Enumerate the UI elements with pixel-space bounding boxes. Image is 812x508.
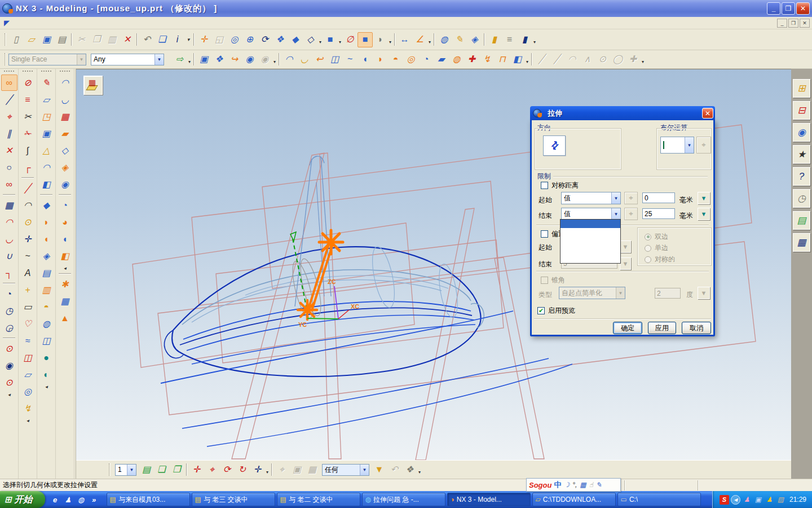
menu-view[interactable] bbox=[33, 22, 43, 24]
bend-strip-icon[interactable]: ◠ bbox=[38, 159, 55, 176]
start-point-button[interactable]: ⌖ bbox=[624, 192, 638, 204]
menu-help[interactable] bbox=[134, 22, 144, 24]
point-set-icon[interactable]: ⊙ bbox=[20, 214, 36, 230]
taper-checkbox[interactable]: 锥角 bbox=[541, 275, 565, 285]
snap-tangent-icon[interactable]: ○ bbox=[1, 159, 17, 176]
copy-icon[interactable]: ❐ bbox=[89, 32, 104, 47]
menu-file[interactable] bbox=[12, 22, 23, 24]
profile-icon[interactable]: ♡ bbox=[20, 316, 36, 332]
toolbar-grip[interactable] bbox=[5, 33, 6, 46]
selection-filter-icon[interactable]: ▼ bbox=[372, 462, 387, 478]
trim-curve-icon[interactable]: ✂ bbox=[20, 108, 36, 125]
annotation-icon[interactable]: ✎ bbox=[452, 32, 467, 47]
mesh-surface-icon[interactable]: ▦ bbox=[57, 108, 73, 125]
task-qq-chat-2[interactable]: 与 老三 交谈中 bbox=[192, 493, 275, 506]
task-folder[interactable]: C:\TDDOWNLOA... bbox=[532, 493, 616, 506]
dropdown-option[interactable] bbox=[561, 220, 620, 228]
join-curve-icon[interactable]: ∫ bbox=[20, 142, 36, 159]
point-on-curve-icon[interactable]: ✛ bbox=[20, 231, 36, 247]
taper-extend-button[interactable]: ▼ bbox=[698, 287, 710, 299]
cylinder-cut-icon[interactable]: ◍ bbox=[38, 316, 55, 332]
selection-intent-combo[interactable]: Single Face▼ bbox=[8, 54, 86, 65]
open-file-icon[interactable]: ▱ bbox=[24, 32, 39, 47]
block-hole-icon[interactable]: ▣ bbox=[38, 125, 55, 142]
deselect-all-icon[interactable]: ↶ bbox=[387, 462, 402, 478]
dropdown-option[interactable] bbox=[561, 255, 620, 263]
taper-type-combo[interactable]: 自起点简单化▼ bbox=[559, 287, 625, 299]
wcs-rotate-icon[interactable]: ⟳ bbox=[219, 462, 235, 478]
cancel-button[interactable]: 取消 bbox=[682, 322, 711, 334]
task-drive[interactable]: C:\ bbox=[617, 493, 701, 506]
extend-surface-icon[interactable]: ◔ bbox=[57, 197, 73, 213]
quicklaunch-overflow-icon[interactable]: » bbox=[89, 494, 100, 505]
history-icon[interactable]: ◷ bbox=[793, 189, 810, 208]
extrude-handle-bottom[interactable] bbox=[298, 300, 317, 319]
exit-icon[interactable]: ▮ bbox=[517, 32, 532, 47]
end-point-button[interactable]: ⌖ bbox=[624, 208, 638, 220]
more-commands-icon[interactable]: ▾ bbox=[185, 32, 192, 47]
cut-icon[interactable]: ✂ bbox=[74, 32, 89, 47]
resize-face-icon[interactable]: ❖ bbox=[211, 52, 227, 67]
rectangle-icon[interactable]: ▭ bbox=[20, 299, 36, 315]
mdi-minimize-button[interactable]: _ bbox=[777, 19, 787, 28]
zoom-window-icon[interactable]: ◎ bbox=[227, 32, 242, 47]
fillet-surface-icon[interactable]: ◖ bbox=[57, 231, 73, 247]
ok-button[interactable]: 确定 bbox=[613, 322, 642, 334]
rib-icon[interactable]: ◫ bbox=[327, 52, 342, 67]
section-display-icon[interactable]: ◗ bbox=[373, 32, 388, 47]
disable-highlight-icon[interactable]: ∅ bbox=[342, 32, 358, 47]
shaded-display-icon[interactable]: ■ bbox=[358, 32, 373, 47]
delete-icon[interactable]: ✕ bbox=[120, 32, 135, 47]
work-layer-combo[interactable]: 1▼ bbox=[115, 464, 136, 476]
boss-icon[interactable]: ◍ bbox=[449, 52, 464, 67]
flip-sketch-icon[interactable]: ↯ bbox=[479, 52, 495, 67]
col4-overflow-icon[interactable]: ◂ bbox=[57, 265, 73, 271]
fit-view-icon[interactable]: ✛ bbox=[196, 32, 211, 47]
mdi-restore-button[interactable]: ❐ bbox=[788, 19, 798, 28]
new-file-icon[interactable]: ▯ bbox=[8, 32, 24, 47]
circle-two-point-icon[interactable]: ◷ bbox=[1, 303, 17, 319]
circle-tangent-icon[interactable]: ⊙ bbox=[1, 374, 17, 391]
wireframe-display-icon[interactable]: ◇ bbox=[303, 32, 318, 47]
wcs-display-icon[interactable]: ✛ bbox=[250, 462, 265, 478]
pad-icon[interactable]: ▰ bbox=[434, 52, 449, 67]
menu-format[interactable] bbox=[53, 22, 63, 24]
layer-category-icon[interactable]: ❐ bbox=[169, 462, 184, 478]
assembly-navigator-icon[interactable]: ⊞ bbox=[793, 79, 810, 98]
sketch-line-icon[interactable]: ╱ bbox=[534, 52, 549, 67]
end-extend-button[interactable]: ▼ bbox=[698, 208, 710, 220]
toolbar-grip2[interactable] bbox=[5, 53, 6, 65]
tube-icon[interactable]: ▰ bbox=[57, 125, 73, 142]
tray-photo-icon[interactable]: ▨ bbox=[776, 495, 785, 505]
snap-parallel-icon[interactable]: ∥ bbox=[1, 125, 17, 142]
start-limit-combo[interactable]: 值▼ bbox=[561, 192, 621, 204]
spline-icon[interactable]: ~ bbox=[20, 248, 36, 264]
column-grip[interactable] bbox=[4, 71, 14, 73]
tray-chevron-icon[interactable]: ◀ bbox=[731, 495, 740, 505]
task-qq-chat-1[interactable]: 与来自模具03... bbox=[107, 493, 190, 506]
selection-scope-combo[interactable]: 任何▼ bbox=[322, 464, 369, 476]
menu-application[interactable] bbox=[114, 22, 124, 24]
dome-icon[interactable]: ◓ bbox=[38, 299, 55, 315]
offset-end-extend-button[interactable]: ▼ bbox=[620, 257, 631, 270]
spring-icon[interactable]: ~ bbox=[342, 52, 358, 67]
paste-icon[interactable]: ▥ bbox=[104, 32, 120, 47]
patch-icon[interactable]: ◈ bbox=[57, 159, 73, 176]
snap-intersection-icon[interactable]: ✕ bbox=[1, 142, 17, 159]
flange-icon[interactable]: ◖ bbox=[358, 52, 373, 67]
u-curve-icon[interactable]: ∪ bbox=[1, 248, 17, 264]
sogou-hand-icon[interactable]: ☝ bbox=[589, 481, 593, 489]
blend-right-icon[interactable]: ◗ bbox=[38, 214, 55, 230]
flag-surface-icon[interactable]: ▲ bbox=[57, 310, 73, 326]
bead-icon[interactable]: ◓ bbox=[388, 52, 403, 67]
palette-icon[interactable]: ▤ bbox=[793, 211, 810, 230]
stamp-icon[interactable]: △ bbox=[38, 142, 55, 159]
boolean-operation-combo[interactable]: ▼ bbox=[660, 137, 694, 154]
window-open-icon[interactable]: ▮ bbox=[487, 32, 502, 47]
close-button[interactable]: ✕ bbox=[796, 2, 810, 15]
tray-qq-pink-icon[interactable]: ♟ bbox=[742, 495, 752, 505]
enable-preview-checkbox[interactable]: ✔启用预览 bbox=[537, 306, 575, 316]
tool-post-icon[interactable]: ⊓ bbox=[495, 52, 510, 67]
spark-edit-icon[interactable]: ✱ bbox=[57, 276, 73, 292]
circle-radius-icon[interactable]: ◉ bbox=[1, 357, 17, 374]
